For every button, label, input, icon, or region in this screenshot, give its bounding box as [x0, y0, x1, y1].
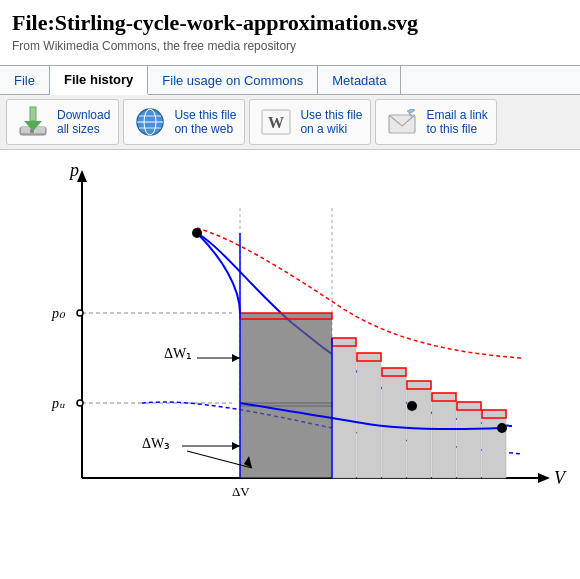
svg-point-20	[77, 310, 83, 316]
svg-text:ΔW₁: ΔW₁	[164, 346, 192, 361]
svg-rect-4	[30, 129, 34, 133]
svg-rect-41	[482, 410, 506, 478]
tabs-bar: File File history File usage on Commons …	[0, 65, 580, 95]
svg-rect-28	[240, 313, 332, 478]
svg-text:V: V	[554, 468, 567, 488]
svg-marker-16	[538, 473, 550, 483]
svg-rect-33	[382, 368, 406, 478]
use-web-button[interactable]: Use this file on the web	[123, 99, 245, 145]
svg-text:ΔW₃: ΔW₃	[142, 436, 170, 451]
tab-file-history[interactable]: File history	[50, 66, 148, 95]
globe-icon	[132, 104, 168, 140]
svg-text:p₀: p₀	[51, 306, 66, 321]
tab-metadata[interactable]: Metadata	[318, 66, 401, 94]
page-title: File:Stirling-cycle-work-approximation.s…	[12, 10, 568, 36]
svg-text:ΔV: ΔV	[232, 484, 250, 499]
stirling-chart: p V p₀ pᵤ ΔV	[12, 158, 568, 518]
svg-point-48	[407, 401, 417, 411]
chart-area: p V p₀ pᵤ ΔV	[0, 150, 580, 526]
email-icon	[384, 104, 420, 140]
svg-rect-2	[30, 107, 36, 121]
use-wiki-text: Use this file on a wiki	[300, 108, 362, 136]
download-button[interactable]: Download all sizes	[6, 99, 119, 145]
toolbar: Download all sizes Use this file on the …	[0, 95, 580, 150]
tab-file-usage[interactable]: File usage on Commons	[148, 66, 318, 94]
wiki-icon: W	[258, 104, 294, 140]
svg-point-47	[192, 228, 202, 238]
svg-rect-31	[357, 353, 381, 478]
svg-text:pᵤ: pᵤ	[51, 396, 65, 411]
svg-rect-37	[432, 393, 456, 478]
svg-text:W: W	[268, 114, 284, 131]
svg-point-23	[77, 400, 83, 406]
svg-marker-55	[232, 442, 240, 450]
use-web-text: Use this file on the web	[174, 108, 236, 136]
download-text: Download all sizes	[57, 108, 110, 136]
tab-file[interactable]: File	[0, 66, 50, 94]
download-icon	[15, 104, 51, 140]
svg-text:p: p	[68, 160, 79, 180]
subtitle: From Wikimedia Commons, the free media r…	[12, 39, 568, 53]
svg-rect-29	[332, 338, 356, 478]
use-wiki-button[interactable]: W Use this file on a wiki	[249, 99, 371, 145]
email-link-button[interactable]: Email a link to this file	[375, 99, 496, 145]
svg-point-49	[497, 423, 507, 433]
svg-rect-39	[457, 402, 481, 478]
email-link-text: Email a link to this file	[426, 108, 487, 136]
svg-marker-52	[232, 354, 240, 362]
